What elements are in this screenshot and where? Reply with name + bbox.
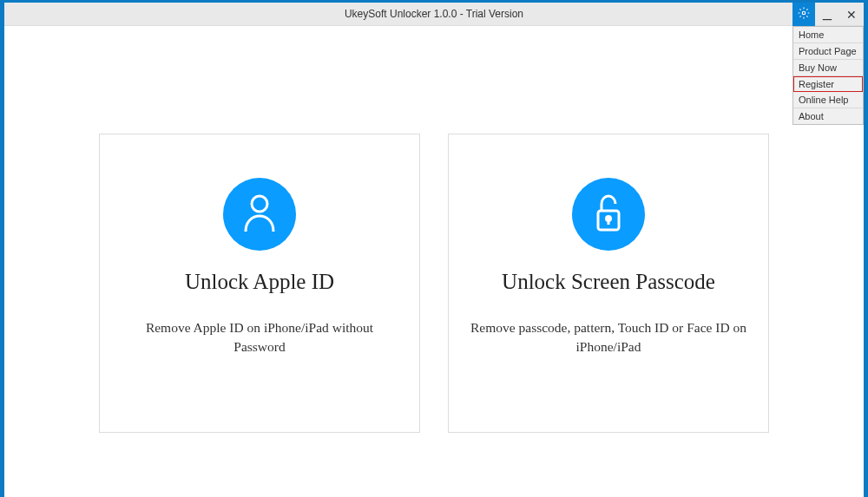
minimize-button[interactable]: _: [815, 3, 839, 26]
settings-dropdown: Home Product Page Buy Now Register Onlin…: [792, 26, 864, 125]
person-icon-circle: [223, 178, 296, 251]
menu-item-register[interactable]: Register: [793, 76, 863, 92]
unlock-icon: [589, 192, 628, 237]
menu-item-buy-now[interactable]: Buy Now: [793, 60, 863, 76]
lock-icon-circle: [572, 178, 645, 251]
app-window: UkeySoft Unlocker 1.0.0 - Trial Version …: [4, 3, 864, 497]
menu-item-home[interactable]: Home: [793, 27, 863, 43]
svg-point-0: [802, 11, 806, 15]
menu-item-product-page[interactable]: Product Page: [793, 43, 863, 60]
screen-passcode-title: Unlock Screen Passcode: [502, 270, 715, 294]
close-button[interactable]: ✕: [839, 3, 864, 26]
gear-icon: [798, 7, 810, 23]
menu-item-online-help[interactable]: Online Help: [793, 92, 863, 108]
unlock-apple-id-card[interactable]: Unlock Apple ID Remove Apple ID on iPhon…: [99, 134, 420, 433]
window-controls: _ ✕: [792, 3, 864, 26]
svg-point-3: [607, 217, 611, 221]
person-icon: [240, 192, 279, 237]
apple-id-desc: Remove Apple ID on iPhone/iPad without P…: [121, 318, 398, 356]
title-bar: UkeySoft Unlocker 1.0.0 - Trial Version …: [4, 3, 864, 26]
menu-item-about[interactable]: About: [793, 108, 863, 124]
unlock-screen-passcode-card[interactable]: Unlock Screen Passcode Remove passcode, …: [448, 134, 769, 433]
close-icon: ✕: [846, 8, 857, 22]
window-title: UkeySoft Unlocker 1.0.0 - Trial Version: [345, 8, 523, 20]
minimize-icon: _: [823, 3, 832, 21]
main-content: Unlock Apple ID Remove Apple ID on iPhon…: [4, 26, 864, 497]
svg-point-1: [252, 196, 267, 212]
screen-passcode-desc: Remove passcode, pattern, Touch ID or Fa…: [470, 318, 747, 356]
settings-button[interactable]: [792, 3, 815, 26]
apple-id-title: Unlock Apple ID: [185, 270, 334, 294]
